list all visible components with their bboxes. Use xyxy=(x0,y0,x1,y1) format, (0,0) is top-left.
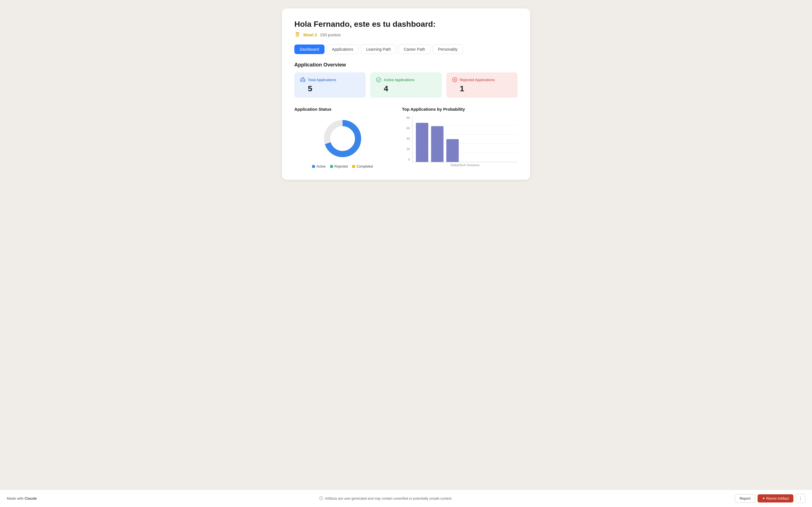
level-label: Nivel 2 xyxy=(303,33,317,37)
y-label-60: 60 xyxy=(402,126,410,130)
x-axis-label: GlobalTech Solutions xyxy=(412,162,518,167)
legend-rejected-label: Rejected xyxy=(335,165,348,168)
tabs-row: Dashboard Applications Learning Path Car… xyxy=(294,45,518,54)
legend-completed-dot xyxy=(352,165,355,168)
y-axis: 80 60 40 20 0 xyxy=(402,116,410,167)
bars-row xyxy=(412,116,518,162)
donut-legend: Active Rejected Completed xyxy=(294,165,391,168)
info-icon: ⓘ xyxy=(319,496,323,501)
bar-chart-title: Top Applications by Probability xyxy=(402,107,518,112)
total-label: Total Applications xyxy=(308,78,336,82)
briefcase-icon xyxy=(300,77,306,82)
svg-point-4 xyxy=(376,77,381,82)
active-stat-header: Active Applications xyxy=(376,77,436,82)
points-label: 150 puntos xyxy=(320,33,341,37)
page-footer: Made with Claude ⓘ Artifacts are user-ge… xyxy=(0,490,812,507)
x-circle-icon xyxy=(452,77,458,82)
overview-title: Application Overview xyxy=(294,62,518,68)
y-label-0: 0 xyxy=(402,158,410,161)
y-label-40: 40 xyxy=(402,137,410,140)
status-chart-title: Application Status xyxy=(294,107,391,112)
rejected-label: Rejected Applications xyxy=(460,78,495,82)
tab-personality[interactable]: Personality xyxy=(433,45,463,54)
legend-rejected: Rejected xyxy=(330,165,348,168)
tab-career-path[interactable]: Career Path xyxy=(398,45,430,54)
donut-chart xyxy=(320,116,365,161)
active-applications-card: Active Applications 4 xyxy=(370,72,442,98)
top-applications-section: Top Applications by Probability 80 60 40… xyxy=(402,107,518,168)
check-circle-icon xyxy=(376,77,382,82)
brand-name: Claude xyxy=(24,496,37,501)
dashboard-card: Hola Fernando, este es tu dashboard: Niv… xyxy=(282,8,530,180)
footer-left: Made with Claude xyxy=(7,496,37,501)
medal-icon xyxy=(294,32,301,38)
main-area: Hola Fernando, este es tu dashboard: Niv… xyxy=(0,0,812,490)
total-stat-header: Total Applications xyxy=(300,77,360,82)
more-options-button[interactable]: ⋮ xyxy=(796,494,805,503)
total-number: 5 xyxy=(300,84,360,93)
bar-2 xyxy=(431,126,444,162)
total-applications-card: Total Applications 5 xyxy=(294,72,366,98)
bars-and-labels: GlobalTech Solutions xyxy=(412,116,518,167)
y-label-20: 20 xyxy=(402,147,410,151)
greeting-text: Hola Fernando, este es tu dashboard: xyxy=(294,20,518,29)
legend-rejected-dot xyxy=(330,165,333,168)
tab-applications[interactable]: Applications xyxy=(327,45,359,54)
footer-disclaimer: ⓘ Artifacts are user-generated and may c… xyxy=(319,496,452,501)
tab-learning-path[interactable]: Learning Path xyxy=(361,45,396,54)
bar-chart-container: 80 60 40 20 0 xyxy=(402,116,518,167)
application-status-section: Application Status xyxy=(294,107,391,168)
x-label-globaltech: GlobalTech Solutions xyxy=(450,163,479,167)
report-button[interactable]: Report xyxy=(735,494,755,503)
legend-active: Active xyxy=(312,165,326,168)
tab-dashboard[interactable]: Dashboard xyxy=(294,45,324,54)
legend-active-label: Active xyxy=(316,165,326,168)
rejected-stat-header: Rejected Applications xyxy=(452,77,512,82)
y-label-80: 80 xyxy=(402,116,410,119)
donut-svg xyxy=(320,116,365,161)
made-with-text: Made with xyxy=(7,496,23,501)
legend-completed-label: Completed xyxy=(356,165,373,168)
remix-button[interactable]: ✦ Remix Artifact xyxy=(758,494,794,503)
bottom-row: Application Status xyxy=(294,107,518,168)
legend-active-dot xyxy=(312,165,315,168)
footer-actions: Report ✦ Remix Artifact ⋮ xyxy=(735,494,805,503)
rejected-applications-card: Rejected Applications 1 xyxy=(446,72,518,98)
disclaimer-text: Artifacts are user-generated and may con… xyxy=(325,497,452,501)
stats-row: Total Applications 5 Active Applications… xyxy=(294,72,518,98)
svg-point-1 xyxy=(296,34,299,37)
bar-3 xyxy=(446,139,459,162)
active-label: Active Applications xyxy=(384,78,414,82)
legend-completed: Completed xyxy=(352,165,373,168)
level-row: Nivel 2 150 puntos xyxy=(294,32,518,38)
rejected-number: 1 xyxy=(452,84,512,93)
bar-1 xyxy=(416,123,428,162)
active-number: 4 xyxy=(376,84,436,93)
